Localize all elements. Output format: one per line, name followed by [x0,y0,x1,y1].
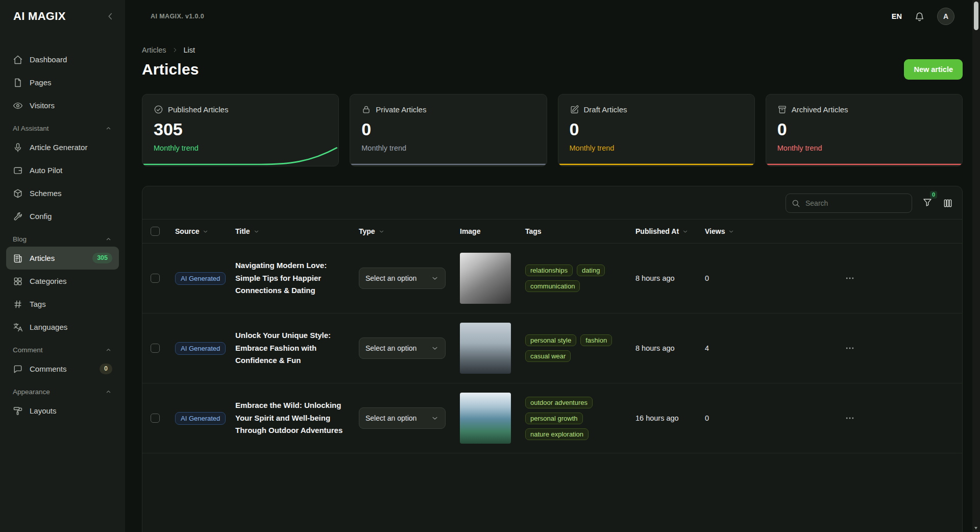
tag-pill[interactable]: nature exploration [525,428,589,440]
row-actions-menu[interactable] [845,413,855,423]
column-label: Views [705,227,725,235]
filter-control[interactable]: 0 [922,197,933,209]
chevron-down-icon [431,414,439,422]
table-row: AI Generated Unlock Your Unique Style: E… [142,313,962,383]
published-at: 16 hours ago [635,414,705,422]
tag-pill[interactable]: outdoor adventures [525,397,593,408]
stat-card-private: Private Articles 0 Monthly trend [350,94,547,166]
row-checkbox[interactable] [151,344,160,353]
tag-pill[interactable]: personal growth [525,413,583,424]
search-input[interactable] [786,194,912,213]
columns-icon[interactable] [943,198,953,208]
bell-icon[interactable] [914,11,925,22]
stats-row: Published Articles 305 Monthly trend Pri… [142,94,963,166]
title-row: Articles New article [142,59,963,80]
sidebar-item-auto-pilot[interactable]: Auto Pilot [6,159,119,182]
app-logo: AI MAGIX [13,10,66,23]
sidebar-collapse-button[interactable] [105,11,116,22]
sidebar-item-label: Auto Pilot [30,166,62,175]
microphone-icon [13,142,23,153]
section-title: AI Assistant [13,125,49,132]
search-box [786,194,912,213]
views-count: 0 [705,274,746,282]
trend-sparkline [350,146,546,166]
sidebar-item-categories[interactable]: Categories [6,270,119,293]
chat-icon [13,364,23,374]
stat-card-published: Published Articles 305 Monthly trend [142,94,339,166]
sidebar-item-layouts[interactable]: Layouts [6,399,119,422]
column-header-published-at[interactable]: Published At [635,227,705,235]
eye-icon [13,101,23,111]
scrollbar-thumb[interactable] [974,2,978,30]
sidebar-item-dashboard[interactable]: Dashboard [6,48,119,71]
column-header-image: Image [460,227,525,235]
type-select[interactable]: Select an option [359,268,446,289]
views-count: 4 [705,344,746,352]
sidebar-item-articles[interactable]: Articles 305 [6,247,119,270]
document-icon [13,78,23,88]
sidebar-section-blog[interactable]: Blog [6,228,119,247]
scrollbar-down-arrow[interactable] [974,527,977,529]
page-content: Articles List Articles New article Publi… [125,33,980,532]
row-checkbox[interactable] [151,414,160,423]
tag-pill[interactable]: communication [525,280,580,292]
chevron-down-icon [431,344,439,352]
tag-pill[interactable]: personal style [525,334,576,346]
type-select[interactable]: Select an option [359,407,446,429]
grid-icon [13,276,23,286]
views-count: 0 [705,414,746,422]
sidebar-item-label: Dashboard [30,55,67,64]
hash-icon [13,299,23,309]
column-header-title[interactable]: Title [235,227,359,235]
published-at: 8 hours ago [635,274,705,282]
user-avatar[interactable]: A [937,8,954,25]
articles-table-card: 0 Source Title Type [142,186,963,532]
sidebar-item-languages[interactable]: Languages [6,316,119,338]
article-title[interactable]: Embrace the Wild: Unlocking Your Spirit … [235,399,359,437]
column-header-views[interactable]: Views [705,227,746,235]
type-select-value: Select an option [365,274,416,282]
sidebar-item-article-generator[interactable]: Article Generator [6,136,119,159]
sidebar-item-pages[interactable]: Pages [6,71,119,94]
breadcrumb-articles[interactable]: Articles [142,46,166,54]
sidebar-item-schemes[interactable]: Schemes [6,182,119,205]
filter-count-badge: 0 [930,191,937,199]
tag-pill[interactable]: casual wear [525,350,571,362]
article-thumbnail[interactable] [460,253,511,304]
article-thumbnail[interactable] [460,323,511,374]
app-version: AI MAGIX. v1.0.0 [151,13,204,20]
page-scrollbar[interactable] [972,0,980,532]
breadcrumb: Articles List [142,46,963,54]
article-thumbnail[interactable] [460,393,511,444]
tag-list: personal style fashion casual wear [525,334,635,362]
column-header-type[interactable]: Type [359,227,460,235]
tag-pill[interactable]: fashion [580,334,612,346]
sidebar-item-comments[interactable]: Comments 0 [6,357,119,380]
comments-count-badge: 0 [100,364,112,374]
select-all-checkbox[interactable] [151,227,160,236]
sidebar-header: AI MAGIX [0,0,125,33]
sidebar-section-comment[interactable]: Comment [6,338,119,357]
tag-pill[interactable]: dating [577,264,605,276]
language-switcher[interactable]: EN [892,12,902,20]
sidebar-section-appearance[interactable]: Appearance [6,380,119,399]
row-checkbox[interactable] [151,274,160,283]
new-article-button[interactable]: New article [904,59,963,80]
article-title[interactable]: Navigating Modern Love: Simple Tips for … [235,259,359,297]
sidebar-nav: Dashboard Pages Visitors AI Assistant Ar… [0,33,125,422]
tag-pill[interactable]: relationships [525,264,573,276]
article-title[interactable]: Unlock Your Unique Style: Embrace Fashio… [235,329,359,367]
type-select[interactable]: Select an option [359,337,446,359]
chevron-up-icon [105,235,112,243]
column-header-source[interactable]: Source [175,227,235,235]
sidebar-item-visitors[interactable]: Visitors [6,94,119,117]
sidebar-item-config[interactable]: Config [6,205,119,228]
row-actions-menu[interactable] [845,273,855,283]
row-actions-menu[interactable] [845,343,855,353]
sidebar-section-ai-assistant[interactable]: AI Assistant [6,117,119,136]
wrench-icon [13,211,23,222]
stat-label: Archived Articles [792,105,848,114]
archive-icon [777,105,787,114]
sidebar-item-tags[interactable]: Tags [6,293,119,316]
table-header-row: Source Title Type Image T [142,219,962,244]
